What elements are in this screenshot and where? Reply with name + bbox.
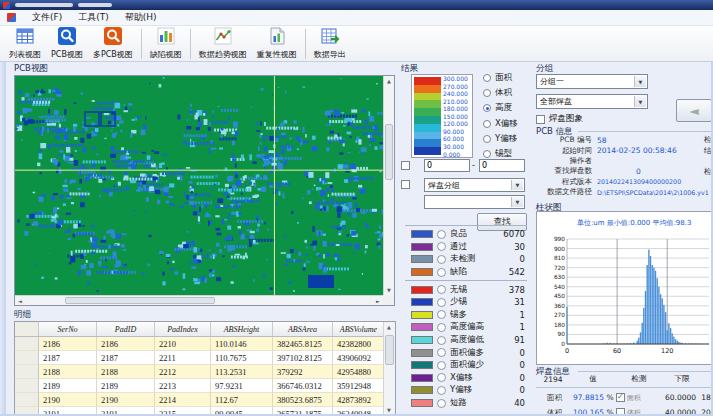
range-to-input[interactable]	[479, 159, 525, 172]
table-row[interactable]: 219021902214112.67380523.687542873892	[15, 393, 395, 407]
metric-option-5[interactable]: Y偏移	[483, 133, 517, 145]
scrollbar-thumb[interactable]	[65, 297, 215, 304]
column-header-PadIndex[interactable]: PadIndex	[155, 322, 211, 336]
table-row[interactable]: 218621862210110.0146382465.812542382800	[15, 337, 395, 351]
metric-label: 面积	[495, 72, 512, 84]
toolbar-button-multi-pcb-view[interactable]: 多PCB视图	[88, 26, 138, 61]
chevron-down-icon[interactable]: ▼	[511, 180, 523, 190]
group-combobox-value: 分组一	[540, 76, 564, 87]
checkbox-icon[interactable]	[616, 393, 625, 402]
status-row-高度偏低[interactable]: 高度偏低91	[405, 334, 527, 347]
row-selector[interactable]	[15, 393, 39, 407]
radio-icon[interactable]	[483, 104, 491, 112]
scroll-down-icon[interactable]: ▼	[384, 285, 394, 295]
radio-icon[interactable]	[437, 336, 446, 345]
pad-group-checkbox[interactable]	[401, 180, 410, 189]
column-header-ABSVolume[interactable]: ABSVolume	[333, 322, 385, 336]
radio-icon[interactable]	[483, 135, 491, 143]
toolbar-button-list-view[interactable]: 列表视图	[4, 26, 46, 61]
scroll-up-icon[interactable]: ▲	[384, 76, 394, 86]
status-row-锡多[interactable]: 锡多1	[405, 309, 527, 322]
scroll-left-icon[interactable]: ◄	[15, 296, 25, 306]
scrollbar-thumb[interactable]	[385, 335, 394, 365]
radio-icon[interactable]	[437, 298, 446, 307]
status-row-面积偏多[interactable]: 面积偏多0	[405, 346, 527, 359]
pad-select-combobox[interactable]: 全部焊盘 ▼	[536, 94, 648, 109]
table-row[interactable]: 21892189221397.9231366746.031235912948	[15, 379, 395, 393]
radio-icon[interactable]	[437, 323, 446, 332]
scroll-up-icon[interactable]: ▲	[384, 322, 394, 332]
status-row-面积偏少[interactable]: 面积偏少0	[405, 359, 527, 372]
row-selector[interactable]	[15, 351, 39, 365]
status-row-缺陷[interactable]: 缺陷542	[405, 266, 527, 279]
metric-option-1[interactable]: 面积	[483, 72, 512, 84]
metric-option-2[interactable]: 体积	[483, 87, 512, 99]
radio-icon[interactable]	[437, 255, 446, 264]
colorbar-band	[414, 77, 441, 85]
back-arrow-button[interactable]: ◄	[676, 99, 712, 122]
group-combobox[interactable]: 分组一 ▼	[536, 74, 648, 89]
row-selector[interactable]	[15, 379, 39, 393]
status-row-无锡[interactable]: 无锡378	[405, 283, 527, 296]
status-row-良品[interactable]: 良品6070	[405, 228, 527, 241]
row-selector[interactable]	[15, 337, 39, 351]
pad-image-checkbox[interactable]	[536, 115, 545, 124]
radio-icon[interactable]	[483, 89, 491, 97]
table-row[interactable]: 218821882212113.253137929242954880	[15, 365, 395, 379]
radio-icon[interactable]	[437, 348, 446, 357]
check-label: 面积	[627, 393, 641, 403]
pad-group-combobox[interactable]: 焊盘分组 ▼	[424, 178, 525, 192]
radio-icon[interactable]	[483, 150, 491, 158]
metric-option-4[interactable]: X偏移	[483, 118, 518, 130]
toolbar-button-repeat-view[interactable]: 重复性视图	[252, 26, 302, 61]
menu-file[interactable]: 文件(F)	[32, 11, 62, 24]
chevron-down-icon[interactable]: ▼	[511, 197, 523, 207]
menu-tools[interactable]: 工具(T)	[78, 11, 109, 24]
radio-icon[interactable]	[483, 74, 491, 82]
radio-icon[interactable]	[437, 386, 446, 395]
table-row[interactable]: 218721872211110.7675397102.812543906092	[15, 351, 395, 365]
column-header-SerNo[interactable]: SerNo	[39, 322, 97, 336]
pad-metric-check[interactable]: 面积	[616, 393, 658, 403]
chevron-down-icon[interactable]: ▼	[634, 76, 646, 87]
details-vertical-scrollbar[interactable]: ▲▼	[383, 322, 395, 415]
radio-icon[interactable]	[437, 399, 446, 408]
metric-option-3[interactable]: 高度	[483, 102, 512, 114]
range-from-input[interactable]	[424, 159, 470, 172]
scrollbar-thumb[interactable]	[385, 124, 393, 180]
status-row-少锡[interactable]: 少锡31	[405, 296, 527, 309]
column-header-PadID[interactable]: PadID	[97, 322, 155, 336]
radio-icon[interactable]	[437, 242, 446, 251]
pcb-horizontal-scrollbar[interactable]: ◄ ►	[15, 295, 383, 305]
column-header-ABSHeight[interactable]: ABSHeight	[211, 322, 273, 336]
pad-id: 2194	[536, 375, 570, 384]
row-selector[interactable]	[15, 365, 39, 379]
scroll-right-icon[interactable]: ►	[373, 296, 383, 306]
toolbar-button-trend-view[interactable]: 数据趋势视图	[194, 26, 252, 61]
status-row-未检测[interactable]: 未检测0	[405, 253, 527, 266]
pcb-board-canvas[interactable]	[15, 76, 383, 295]
radio-icon[interactable]	[437, 373, 446, 382]
menu-help[interactable]: 帮助(H)	[125, 11, 157, 24]
status-row-高度偏高[interactable]: 高度偏高1	[405, 321, 527, 334]
table-cell: 2186	[39, 337, 97, 351]
toolbar-button-defect-view[interactable]: 缺陷视图	[145, 26, 187, 61]
status-row-Y偏移[interactable]: Y偏移0	[405, 384, 527, 397]
pcb-vertical-scrollbar[interactable]: ▲ ▼	[383, 76, 394, 295]
status-row-短路[interactable]: 短路40	[405, 397, 527, 410]
radio-icon[interactable]	[437, 268, 446, 277]
radio-icon[interactable]	[483, 120, 491, 128]
status-row-X偏移[interactable]: X偏移0	[405, 372, 527, 385]
toolbar-button-data-export[interactable]: 数据导出	[309, 26, 351, 61]
radio-icon[interactable]	[437, 361, 446, 370]
radio-icon[interactable]	[437, 310, 446, 319]
range-filter-checkbox[interactable]	[401, 161, 410, 170]
toolbar-button-pcb-view[interactable]: PCB视图	[46, 26, 88, 61]
chevron-down-icon[interactable]: ▼	[634, 96, 646, 107]
radio-icon[interactable]	[437, 285, 446, 294]
status-row-通过[interactable]: 通过30	[405, 241, 527, 254]
column-header-ABSArea[interactable]: ABSArea	[273, 322, 333, 336]
color-swatch	[411, 255, 433, 263]
radio-icon[interactable]	[437, 230, 446, 239]
sub-combobox[interactable]: ▼	[424, 195, 525, 209]
